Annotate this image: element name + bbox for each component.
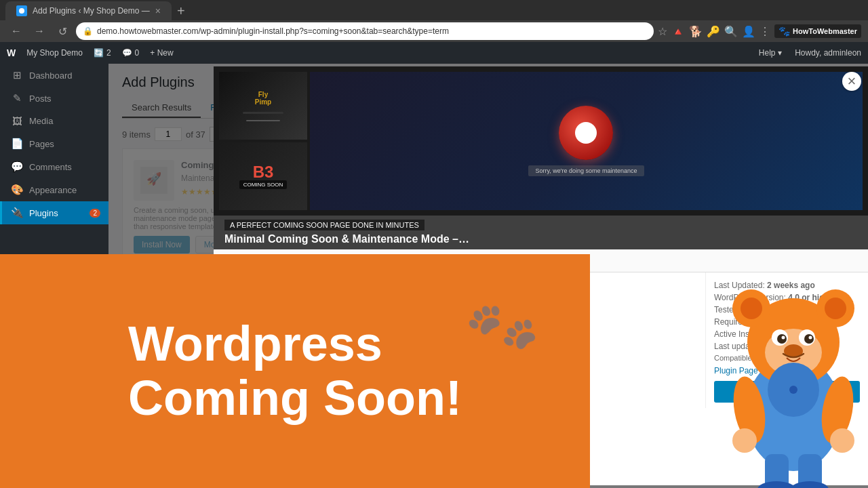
- media-icon: 🖼: [10, 115, 24, 127]
- svg-point-28: [789, 386, 797, 394]
- sidebar-item-dashboard[interactable]: ⊞ Dashboard: [0, 64, 108, 87]
- new-tab-button[interactable]: +: [172, 1, 191, 20]
- pages-icon: 📄: [10, 138, 24, 150]
- url-text: demo.howtowebmaster.com/wp-admin/plugin-…: [97, 26, 449, 36]
- svg-point-0: [19, 8, 24, 14]
- browser-chrome: Add Plugins ‹ My Shop Demo — × + ← → ↺ 🔒…: [0, 0, 868, 42]
- address-bar[interactable]: 🔒 demo.howtowebmaster.com/wp-admin/plugi…: [76, 22, 654, 40]
- screenshot-thumb-2[interactable]: B3 COMING SOON: [219, 142, 307, 210]
- wp-logo-item[interactable]: W: [7, 47, 16, 58]
- reload-button[interactable]: ↺: [53, 22, 72, 41]
- screenshot-main: Sorry, we're doing some maintenance: [310, 72, 863, 210]
- forward-button[interactable]: →: [30, 22, 49, 41]
- extension-icon3[interactable]: 🔑: [707, 25, 720, 38]
- help-btn[interactable]: Help ▾: [759, 48, 782, 58]
- bookmark-icon[interactable]: ☆: [658, 25, 667, 38]
- browser-tab[interactable]: Add Plugins ‹ My Shop Demo — ×: [5, 1, 172, 20]
- adminbar-right: Help ▾ Howdy, adminleon: [759, 48, 861, 58]
- banner-line1: Wordpress: [128, 317, 462, 371]
- plugins-icon: 🔌: [10, 207, 24, 219]
- updates-item[interactable]: 🔄 2: [94, 48, 111, 58]
- new-item[interactable]: + New: [150, 48, 173, 58]
- extension-icon2[interactable]: 🐕: [689, 25, 703, 38]
- sidebar-item-pages[interactable]: 📄 Pages: [0, 132, 108, 155]
- modal-close-button[interactable]: ×: [842, 72, 861, 91]
- sidebar-item-appearance[interactable]: 🎨 Appearance: [0, 178, 108, 201]
- plugins-badge: 2: [90, 209, 100, 218]
- site-name-item[interactable]: My Shop Demo: [26, 48, 83, 58]
- howto-logo: 🐾 HowToWebmaster: [774, 24, 861, 38]
- svg-point-22: [830, 428, 854, 453]
- svg-point-9: [741, 298, 762, 319]
- coming-soon-badge: COMING SOON: [239, 180, 288, 189]
- howdy-text: Howdy, adminleon: [795, 48, 861, 58]
- tab-title: Add Plugins ‹ My Shop Demo —: [33, 6, 150, 16]
- tab-favicon: [16, 5, 27, 16]
- close-tab-button[interactable]: ×: [155, 5, 161, 16]
- orange-banner-text: Wordpress Coming Soon!: [115, 304, 475, 438]
- mascot: [719, 237, 868, 488]
- svg-point-17: [809, 336, 812, 340]
- sidebar-item-media[interactable]: 🖼 Media: [0, 110, 108, 132]
- fly-pimp-logo: FlyPimp: [255, 91, 271, 106]
- back-button[interactable]: ←: [7, 22, 26, 41]
- extension-icon1[interactable]: 🔺: [671, 25, 685, 38]
- banner-line2: Coming Soon!: [128, 371, 462, 425]
- maintenance-badge: Sorry, we're doing some maintenance: [528, 165, 644, 176]
- wp-adminbar: W My Shop Demo 🔄 2 💬 0 + New Help ▾ Howd…: [0, 42, 868, 64]
- orange-banner: Wordpress Coming Soon! 🐾: [0, 254, 590, 488]
- svg-point-21: [732, 428, 757, 453]
- svg-point-25: [757, 481, 795, 488]
- svg-point-10: [825, 298, 846, 319]
- svg-point-15: [804, 334, 814, 344]
- search-icon[interactable]: 🔍: [724, 25, 738, 38]
- svg-point-26: [791, 481, 829, 488]
- profile-icon[interactable]: 👤: [742, 25, 755, 38]
- modal-subtitle: A PERFECT COMING SOON PAGE DONE IN MINUT…: [224, 220, 425, 230]
- svg-point-16: [782, 336, 785, 340]
- screenshot-thumb-1[interactable]: FlyPimp: [219, 72, 307, 140]
- sidebar-item-plugins[interactable]: 🔌 Plugins 2: [0, 201, 108, 224]
- sidebar-item-posts[interactable]: ✎ Posts: [0, 87, 108, 110]
- menu-icon[interactable]: ⋮: [760, 25, 770, 38]
- comments-icon: 💬: [10, 161, 24, 173]
- posts-icon: ✎: [10, 92, 24, 104]
- screenshot-thumbnails: FlyPimp B3 COMING SOON: [219, 72, 307, 210]
- dashboard-icon: ⊞: [10, 69, 24, 81]
- appearance-icon: 🎨: [10, 184, 24, 196]
- sidebar-item-comments[interactable]: 💬 Comments: [0, 155, 108, 178]
- comments-item[interactable]: 💬 0: [122, 48, 140, 58]
- modal-screenshots: FlyPimp B3 COMING SOON: [214, 66, 868, 216]
- svg-point-14: [777, 334, 787, 344]
